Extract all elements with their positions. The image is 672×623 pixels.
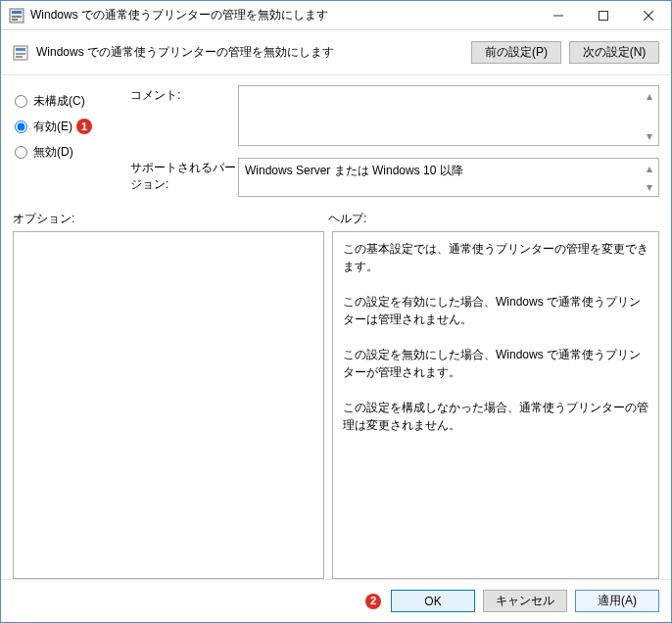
minimize-button[interactable] xyxy=(536,1,581,29)
svg-rect-5 xyxy=(600,11,608,20)
button-label: OK xyxy=(424,595,441,608)
scroll-up-icon[interactable]: ▴ xyxy=(642,161,656,175)
window-title: Windows での通常使うプリンターの管理を無効にします xyxy=(30,7,536,24)
scroll-down-icon[interactable]: ▾ xyxy=(642,128,656,143)
annotation-badge-1: 1 xyxy=(76,119,92,134)
config-area: 未構成(C) 有効(E) 1 無効(D) コメント: ▴ ▾ xyxy=(13,85,659,197)
radio-label: 未構成(C) xyxy=(33,93,85,110)
svg-rect-1 xyxy=(12,11,22,14)
svg-rect-9 xyxy=(16,48,25,51)
policy-header: Windows での通常使うプリンターの管理を無効にします 前の設定(P) 次の… xyxy=(1,30,671,75)
button-label: 適用(A) xyxy=(598,593,637,609)
svg-rect-3 xyxy=(12,19,18,21)
previous-setting-button[interactable]: 前の設定(P) xyxy=(471,41,561,64)
ok-button[interactable]: OK xyxy=(391,590,475,612)
dialog-body: 未構成(C) 有効(E) 1 無効(D) コメント: ▴ ▾ xyxy=(1,75,671,579)
policy-dialog: Windows での通常使うプリンターの管理を無効にします Windows での… xyxy=(0,0,672,623)
radio-enabled[interactable]: 有効(E) 1 xyxy=(13,115,120,138)
comment-label: コメント: xyxy=(130,85,238,104)
help-text: この基本設定では、通常使うプリンターの管理を変更できます。 この設定を有効にした… xyxy=(343,242,648,432)
titlebar: Windows での通常使うプリンターの管理を無効にします xyxy=(1,1,671,30)
scroll-down-icon[interactable]: ▾ xyxy=(642,179,656,194)
help-label: ヘルプ: xyxy=(328,211,366,227)
section-labels: オプション: ヘルプ: xyxy=(13,211,659,227)
annotation-badge-2: 2 xyxy=(365,594,381,609)
state-radio-group: 未構成(C) 有効(E) 1 無効(D) xyxy=(13,85,120,197)
button-label: キャンセル xyxy=(496,593,554,609)
fields-column: コメント: ▴ ▾ サポートされるバージョン: Windows Server ま… xyxy=(130,85,659,197)
window-controls xyxy=(536,1,671,29)
radio-label: 無効(D) xyxy=(33,144,73,161)
options-label: オプション: xyxy=(13,211,328,227)
cancel-button[interactable]: キャンセル xyxy=(483,590,567,612)
next-setting-button[interactable]: 次の設定(N) xyxy=(569,41,659,64)
comment-textarea[interactable]: ▴ ▾ xyxy=(238,85,659,146)
help-pane: この基本設定では、通常使うプリンターの管理を変更できます。 この設定を有効にした… xyxy=(332,231,659,579)
svg-rect-10 xyxy=(16,53,25,55)
svg-rect-2 xyxy=(12,16,22,18)
scroll-up-icon[interactable]: ▴ xyxy=(642,88,656,103)
radio-input[interactable] xyxy=(15,146,27,159)
policy-app-icon xyxy=(9,8,24,24)
button-label: 次の設定(N) xyxy=(583,44,647,61)
supported-value: Windows Server または Windows 10 以降 xyxy=(245,164,463,177)
svg-rect-11 xyxy=(16,56,23,58)
panes: この基本設定では、通常使うプリンターの管理を変更できます。 この設定を有効にした… xyxy=(13,231,659,579)
close-button[interactable] xyxy=(626,1,671,29)
radio-input[interactable] xyxy=(15,120,27,133)
supported-label: サポートされるバージョン: xyxy=(130,158,238,193)
radio-label: 有効(E) xyxy=(33,119,72,135)
policy-title: Windows での通常使うプリンターの管理を無効にします xyxy=(36,44,463,61)
policy-icon xyxy=(13,45,28,61)
dialog-button-row: 2 OK キャンセル 適用(A) xyxy=(1,579,671,622)
supported-on-box: Windows Server または Windows 10 以降 ▴ ▾ xyxy=(238,158,659,197)
radio-not-configured[interactable]: 未構成(C) xyxy=(13,89,120,113)
radio-input[interactable] xyxy=(15,95,27,108)
maximize-button[interactable] xyxy=(581,1,626,29)
radio-disabled[interactable]: 無効(D) xyxy=(13,140,120,164)
options-pane xyxy=(13,231,324,579)
apply-button[interactable]: 適用(A) xyxy=(575,590,659,612)
button-label: 前の設定(P) xyxy=(485,44,548,61)
